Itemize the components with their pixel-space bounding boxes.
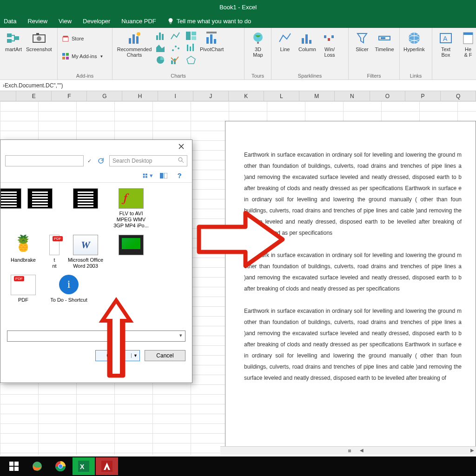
- recommended-charts-icon: [127, 31, 142, 46]
- address-bar[interactable]: [5, 155, 84, 166]
- combo-chart-icon[interactable]: [170, 55, 182, 65]
- tab-nuance-pdf[interactable]: Nuance PDF: [121, 18, 156, 25]
- tab-view[interactable]: View: [59, 18, 72, 25]
- search-icon: [178, 157, 184, 165]
- screenshot-button[interactable]: Screenshot: [26, 31, 52, 52]
- formula-bar[interactable]: ›Exch.Document.DC",""): [0, 80, 476, 91]
- tell-me-search[interactable]: Tell me what you want to do: [167, 18, 251, 25]
- tab-data[interactable]: Data: [4, 18, 16, 25]
- scroll-right-icon[interactable]: ▶: [470, 448, 474, 453]
- my-addins-button[interactable]: My Add-ins ▼: [61, 51, 108, 61]
- sparkline-column-button[interactable]: Column: [298, 31, 317, 52]
- adobe-taskbar-icon[interactable]: [96, 457, 118, 475]
- list-item[interactable]: To Do - Shortcut: [48, 273, 90, 305]
- scroll-thumb[interactable]: [348, 450, 351, 452]
- refresh-button[interactable]: [95, 155, 106, 166]
- list-item[interactable]: Microsoft Office Word 2003: [65, 233, 106, 271]
- list-item[interactable]: [65, 186, 106, 231]
- video-file-icon: [0, 188, 21, 209]
- firefox-taskbar-icon[interactable]: [26, 457, 48, 475]
- sparkline-winloss-button[interactable]: Win/ Loss: [320, 31, 339, 58]
- view-options-button[interactable]: ▾: [143, 172, 153, 180]
- col-F[interactable]: F: [52, 91, 87, 101]
- list-item[interactable]: [2, 186, 15, 231]
- list-item[interactable]: [19, 186, 61, 231]
- hyperlink-button[interactable]: Hyperlink: [403, 31, 425, 52]
- window-title-bar: Book1 - Excel: [0, 0, 476, 14]
- list-item[interactable]: FLV to AVI MPEG WMV 3GP MP4 iPo...: [110, 186, 152, 231]
- timeline-button[interactable]: Timeline: [375, 31, 394, 52]
- bar-chart-icon[interactable]: [155, 31, 167, 41]
- col-O[interactable]: O: [370, 91, 405, 101]
- list-item[interactable]: t nt: [48, 233, 61, 271]
- horizontal-scrollbar[interactable]: ▶ ◀: [220, 446, 476, 455]
- store-button[interactable]: Store: [61, 33, 108, 44]
- svg-point-4: [37, 36, 41, 41]
- cancel-button[interactable]: Cancel: [145, 350, 185, 361]
- tab-review[interactable]: Review: [27, 18, 47, 25]
- path-dropdown-icon[interactable]: ✓: [87, 158, 92, 164]
- svg-text:X: X: [80, 463, 85, 470]
- svg-rect-20: [192, 36, 196, 40]
- svg-rect-37: [302, 38, 304, 44]
- col-P[interactable]: P: [405, 91, 441, 101]
- scatter-chart-icon[interactable]: [170, 43, 182, 53]
- open-button[interactable]: Open ▼: [95, 350, 140, 361]
- col-Q[interactable]: Q: [441, 91, 476, 101]
- group-label-links: Links: [403, 72, 428, 79]
- sparkline-line-button[interactable]: Line: [275, 31, 295, 52]
- col-I[interactable]: I: [158, 91, 193, 101]
- svg-rect-38: [305, 34, 308, 44]
- embedded-pdf-object[interactable]: Earthwork in surface excavation in ordin…: [225, 121, 476, 451]
- list-item[interactable]: Handbrake: [2, 233, 44, 271]
- treemap-icon[interactable]: [185, 31, 197, 41]
- area-chart-icon[interactable]: [155, 43, 167, 53]
- tab-developer[interactable]: Developer: [83, 18, 110, 25]
- list-item-pdf[interactable]: PDF: [2, 273, 44, 305]
- col-H[interactable]: H: [122, 91, 158, 101]
- globe-icon: [251, 31, 265, 46]
- scroll-left-icon[interactable]: ◀: [360, 448, 364, 453]
- smartart-button[interactable]: martArt: [4, 31, 23, 52]
- help-button[interactable]: ?: [174, 172, 185, 180]
- pdf-file-icon: [49, 235, 60, 255]
- col-G[interactable]: G: [87, 91, 122, 101]
- open-dropdown-icon[interactable]: ▼: [131, 353, 139, 358]
- video-file-icon: [27, 188, 53, 209]
- start-button[interactable]: [3, 457, 25, 475]
- line-chart-icon[interactable]: [170, 31, 182, 41]
- slicer-button[interactable]: Slicer: [352, 31, 372, 52]
- radar-chart-icon[interactable]: [185, 55, 197, 65]
- col-L[interactable]: L: [264, 91, 299, 101]
- word-icon: [73, 235, 98, 255]
- col-N[interactable]: N: [335, 91, 370, 101]
- svg-point-14: [137, 32, 140, 36]
- search-box[interactable]: Search Desktop: [109, 155, 187, 166]
- stock-chart-icon[interactable]: [185, 43, 197, 53]
- pie-chart-icon[interactable]: [155, 55, 167, 65]
- svg-rect-9: [62, 57, 65, 60]
- list-item[interactable]: [110, 233, 152, 271]
- smartart-icon: [6, 31, 21, 46]
- pivotchart-icon: [205, 31, 219, 46]
- pivotchart-button[interactable]: PivotChart: [200, 31, 224, 52]
- text-box-button[interactable]: AText Box: [436, 31, 456, 58]
- header-footer-button[interactable]: He & F: [458, 31, 476, 58]
- preview-pane-button[interactable]: [159, 172, 169, 180]
- chrome-taskbar-icon[interactable]: [49, 457, 72, 475]
- col-J[interactable]: J: [193, 91, 229, 101]
- 3d-map-button[interactable]: 3D Map: [248, 31, 268, 58]
- taskbar: X: [0, 456, 476, 476]
- file-name-combo[interactable]: [7, 331, 185, 342]
- excel-taskbar-icon[interactable]: X: [73, 457, 95, 475]
- lightbulb-icon: [167, 18, 174, 24]
- col-M[interactable]: M: [299, 91, 335, 101]
- dialog-close-button[interactable]: [174, 141, 188, 152]
- col-K[interactable]: K: [229, 91, 264, 101]
- svg-rect-24: [187, 45, 188, 51]
- col-E[interactable]: E: [16, 91, 52, 101]
- svg-rect-1: [7, 39, 12, 43]
- svg-rect-28: [171, 60, 173, 64]
- svg-rect-6: [63, 37, 68, 41]
- recommended-charts-button[interactable]: Recommended Charts: [116, 31, 152, 58]
